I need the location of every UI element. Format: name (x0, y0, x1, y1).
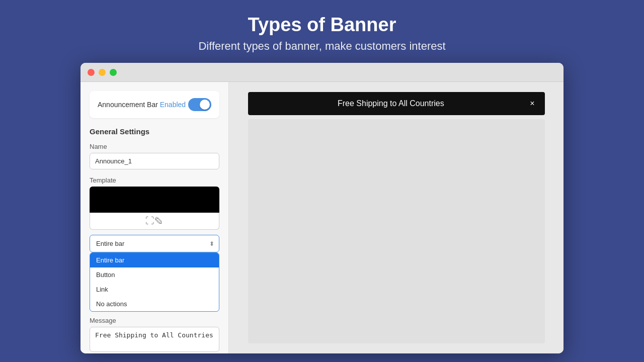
mac-titlebar (80, 63, 564, 82)
dropdown-item-no-actions[interactable]: No actions (90, 297, 219, 311)
announcement-bar-toggle[interactable] (188, 98, 211, 111)
name-label: Name (90, 143, 219, 150)
mac-maximize-button[interactable] (110, 69, 117, 76)
message-textarea[interactable]: Free Shipping to All Countries (90, 327, 219, 352)
mac-minimize-button[interactable] (99, 69, 106, 76)
page-header: Types of Banner Different types of banne… (198, 0, 445, 63)
preview-content-area (248, 119, 545, 343)
left-panel: Announcement Bar Enabled General Setting… (80, 82, 229, 353)
preview-banner-close-button[interactable]: × (530, 99, 534, 108)
window-content: Announcement Bar Enabled General Setting… (80, 82, 564, 353)
mac-window: Announcement Bar Enabled General Setting… (80, 63, 564, 353)
page-subtitle: Different types of banner, make customer… (198, 40, 445, 53)
template-preview (90, 187, 219, 213)
message-label: Message (90, 317, 219, 324)
template-label: Template (90, 176, 219, 184)
right-panel: Free Shipping to All Countries × (229, 82, 564, 353)
template-dropdown: Entire bar Button Link No actions (90, 252, 219, 312)
dropdown-item-button[interactable]: Button (90, 267, 219, 282)
dropdown-item-entire-bar[interactable]: Entire bar (90, 253, 219, 267)
page-title: Types of Banner (198, 14, 445, 36)
dropdown-item-link[interactable]: Link (90, 282, 219, 297)
announcement-bar-label: Announcement Bar Enabled (98, 101, 186, 109)
preview-banner: Free Shipping to All Countries × (248, 92, 545, 115)
general-settings-title: General Settings (90, 127, 219, 136)
template-select[interactable]: Entire bar (90, 235, 219, 252)
announcement-bar-row: Announcement Bar Enabled (90, 91, 219, 118)
announcement-bar-status: Enabled (160, 101, 186, 109)
mac-close-button[interactable] (88, 69, 95, 76)
toggle-thumb (200, 100, 210, 110)
template-icon-row: ⛶✎ (90, 213, 219, 230)
preview-banner-text: Free Shipping to All Countries (258, 99, 524, 108)
template-select-wrapper: Entire bar ⬍ (90, 235, 219, 252)
general-settings-section: General Settings Name Template ⛶✎ Entire… (90, 127, 219, 353)
template-edit-icon: ⛶✎ (145, 216, 164, 226)
name-input[interactable] (90, 153, 219, 169)
